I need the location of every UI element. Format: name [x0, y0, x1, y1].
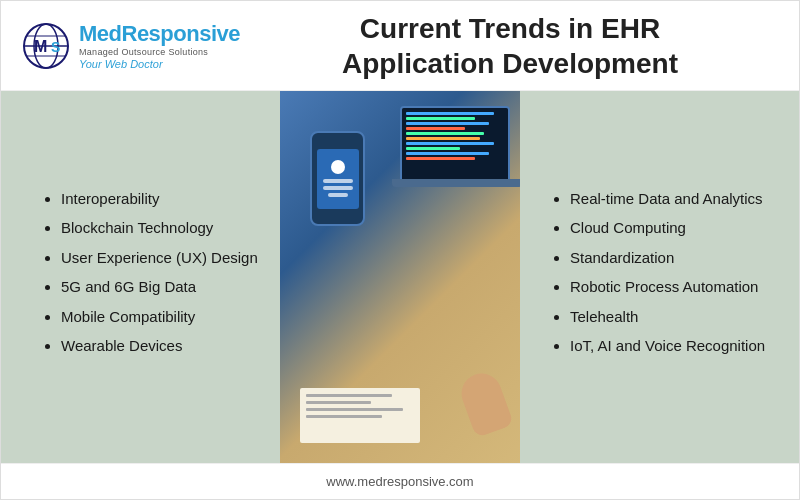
center-image [280, 91, 520, 463]
list-item: User Experience (UX) Design [61, 248, 258, 268]
image-overlay [280, 91, 520, 463]
paper-line [306, 408, 403, 411]
paper-line [306, 415, 382, 418]
left-list: Interoperability Blockchain Technology U… [41, 189, 258, 366]
main-content: Interoperability Blockchain Technology U… [1, 91, 799, 463]
logo-company-name: MedResponsive [79, 21, 240, 47]
list-item: IoT, AI and Voice Recognition [570, 336, 765, 356]
list-item: Blockchain Technology [61, 218, 258, 238]
page-title: Current Trends in EHR Application Develo… [241, 11, 779, 81]
list-item: Standardization [570, 248, 765, 268]
svg-text:S: S [51, 39, 60, 55]
logo-managed-text: Managed Outsource Solutions [79, 47, 240, 57]
paper-line [306, 401, 371, 404]
logo-icon: M S [21, 21, 71, 71]
list-item: Telehealth [570, 307, 765, 327]
svg-text:M: M [34, 38, 47, 55]
list-item: Real-time Data and Analytics [570, 189, 765, 209]
logo-tagline: Your Web Doctor [79, 58, 240, 70]
list-item: Robotic Process Automation [570, 277, 765, 297]
phone-line [328, 193, 348, 197]
phone-screen [317, 149, 359, 209]
footer: www.medresponsive.com [1, 463, 799, 499]
paper-line [306, 394, 392, 397]
list-item: Mobile Compatibility [61, 307, 258, 327]
phone-line [323, 179, 353, 183]
footer-url: www.medresponsive.com [326, 474, 473, 489]
laptop-shape [400, 106, 510, 181]
logo-name-end: Responsive [122, 21, 241, 46]
laptop-base [392, 179, 520, 187]
logo-area: M S MedResponsive Managed Outsource Solu… [21, 21, 241, 71]
list-item: Wearable Devices [61, 336, 258, 356]
hero-image [280, 91, 520, 463]
left-panel: Interoperability Blockchain Technology U… [1, 91, 280, 463]
hand-element [456, 368, 514, 438]
phone-line [323, 186, 353, 190]
laptop-screen [402, 108, 508, 179]
phone-lock-icon [331, 160, 345, 174]
paper-shape [300, 388, 420, 443]
page-wrapper: M S MedResponsive Managed Outsource Solu… [0, 0, 800, 500]
list-item: Interoperability [61, 189, 258, 209]
right-panel: Real-time Data and Analytics Cloud Compu… [520, 91, 799, 463]
header-title: Current Trends in EHR Application Develo… [241, 11, 779, 81]
phone-shape [310, 131, 365, 226]
right-list: Real-time Data and Analytics Cloud Compu… [550, 189, 765, 366]
logo-name-start: Med [79, 21, 122, 46]
list-item: 5G and 6G Big Data [61, 277, 258, 297]
header: M S MedResponsive Managed Outsource Solu… [1, 1, 799, 91]
list-item: Cloud Computing [570, 218, 765, 238]
logo-text-block: MedResponsive Managed Outsource Solution… [79, 21, 240, 70]
